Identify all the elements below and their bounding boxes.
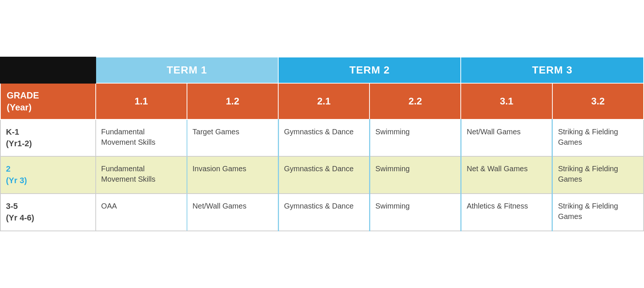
cell-row0-col0: Fundamental Movement Skills: [96, 119, 187, 157]
grade-cell-0: K-1(Yr1-2): [0, 119, 96, 157]
cell-row2-col0: OAA: [96, 194, 187, 231]
curriculum-table: TERM 1 TERM 2 TERM 3 GRADE(Year) 1.1 1.2…: [0, 57, 644, 231]
subheader-1-2: 1.2: [187, 83, 278, 119]
cell-row1-col1: Invasion Games: [187, 156, 278, 194]
term1-header: TERM 1: [96, 57, 278, 83]
cell-row0-col1: Target Games: [187, 119, 278, 157]
header-blank-cell: [0, 57, 96, 83]
grade-cell-1: 2(Yr 3): [0, 156, 96, 194]
table-row: K-1(Yr1-2)Fundamental Movement SkillsTar…: [0, 119, 644, 157]
subheader-1-1: 1.1: [96, 83, 187, 119]
cell-row2-col4: Athletics & Fitness: [461, 194, 552, 231]
term-header-row: TERM 1 TERM 2 TERM 3: [0, 57, 644, 83]
cell-row0-col4: Net/Wall Games: [461, 119, 552, 157]
cell-row1-col4: Net & Wall Games: [461, 156, 552, 194]
cell-row2-col1: Net/Wall Games: [187, 194, 278, 231]
subheader-2-2: 2.2: [369, 83, 461, 119]
subheader-row: GRADE(Year) 1.1 1.2 2.1 2.2 3.1 3.2: [0, 83, 644, 119]
subheader-3-2: 3.2: [552, 83, 644, 119]
grade-cell-2: 3-5(Yr 4-6): [0, 194, 96, 231]
cell-row0-col5: Striking & Fielding Games: [552, 119, 644, 157]
term2-header: TERM 2: [278, 57, 461, 83]
cell-row1-col5: Striking & Fielding Games: [552, 156, 644, 194]
cell-row2-col5: Striking & Fielding Games: [552, 194, 644, 231]
subheader-3-1: 3.1: [461, 83, 552, 119]
grade-label: GRADE(Year): [0, 83, 96, 119]
cell-row1-col3: Swimming: [369, 156, 461, 194]
cell-row1-col2: Gymnastics & Dance: [278, 156, 369, 194]
cell-row0-col2: Gymnastics & Dance: [278, 119, 369, 157]
table-row: 3-5(Yr 4-6)OAANet/Wall GamesGymnastics &…: [0, 194, 644, 231]
cell-row2-col2: Gymnastics & Dance: [278, 194, 369, 231]
cell-row1-col0: Fundamental Movement Skills: [96, 156, 187, 194]
table-row: 2(Yr 3)Fundamental Movement SkillsInvasi…: [0, 156, 644, 194]
cell-row2-col3: Swimming: [369, 194, 461, 231]
term3-header: TERM 3: [461, 57, 644, 83]
cell-row0-col3: Swimming: [369, 119, 461, 157]
subheader-2-1: 2.1: [278, 83, 369, 119]
